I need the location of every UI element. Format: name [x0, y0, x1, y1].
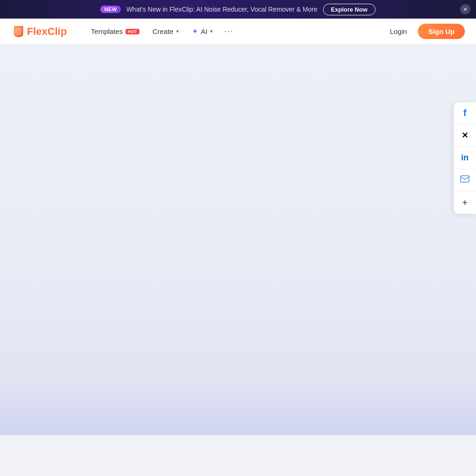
close-banner-button[interactable]: × — [460, 4, 470, 14]
twitter-share-button[interactable]: ✕ — [454, 125, 476, 147]
ai-label: AI — [201, 27, 207, 35]
ai-chevron-icon: ▾ — [210, 28, 213, 34]
create-chevron-icon: ▾ — [176, 28, 179, 34]
hot-badge: HOT — [126, 29, 139, 34]
main-content — [0, 45, 476, 435]
social-sidebar: f ✕ in + — [454, 102, 476, 214]
nav-right: Login Sign Up — [384, 24, 465, 39]
announcement-banner: NEW What's New in FlexClip: AI Noise Red… — [0, 0, 476, 19]
facebook-icon: f — [463, 108, 467, 119]
linkedin-icon: in — [461, 153, 469, 163]
twitter-x-icon: ✕ — [462, 131, 468, 140]
linkedin-share-button[interactable]: in — [454, 147, 476, 169]
templates-nav-item[interactable]: Templates HOT — [86, 25, 145, 38]
email-share-button[interactable] — [454, 169, 476, 192]
plus-icon: + — [462, 198, 468, 208]
bottom-section — [0, 379, 476, 435]
create-nav-item[interactable]: Create ▾ — [147, 25, 185, 38]
ai-star-icon: ✦ — [192, 27, 198, 36]
templates-label: Templates — [91, 27, 123, 35]
svg-rect-0 — [461, 176, 469, 182]
create-label: Create — [152, 27, 173, 35]
logo-text: FlexClip — [27, 26, 67, 38]
more-share-button[interactable]: + — [454, 192, 476, 214]
announcement-text: What's New in FlexClip: AI Noise Reducer… — [126, 6, 317, 13]
signup-button[interactable]: Sign Up — [418, 24, 465, 39]
explore-now-button[interactable]: Explore Now — [323, 4, 376, 15]
navbar: FlexClip Templates HOT Create ▾ ✦ AI ▾ ·… — [0, 19, 476, 45]
facebook-share-button[interactable]: f — [454, 102, 476, 125]
email-icon — [460, 175, 469, 185]
logo[interactable]: FlexClip — [11, 24, 67, 39]
flexclip-logo-icon — [11, 24, 26, 39]
more-nav-button[interactable]: ··· — [220, 24, 238, 39]
nav-items: Templates HOT Create ▾ ✦ AI ▾ ··· — [86, 24, 384, 39]
new-badge: NEW — [100, 6, 120, 13]
login-button[interactable]: Login — [384, 25, 413, 38]
ai-nav-item[interactable]: ✦ AI ▾ — [186, 24, 218, 39]
